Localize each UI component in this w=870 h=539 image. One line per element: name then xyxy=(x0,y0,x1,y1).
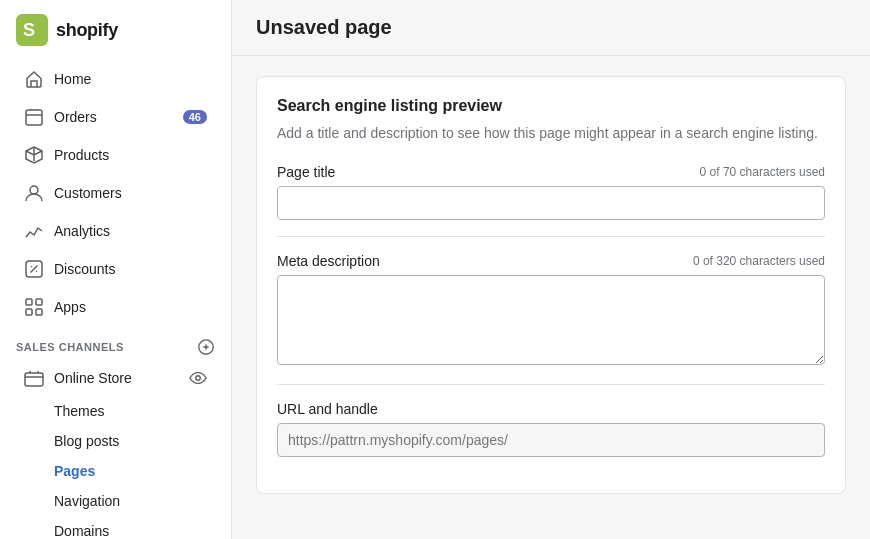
meta-description-textarea[interactable] xyxy=(277,275,825,365)
orders-icon xyxy=(24,107,44,127)
svg-rect-7 xyxy=(26,309,32,315)
sidebar-item-analytics-label: Analytics xyxy=(54,223,207,239)
analytics-icon xyxy=(24,221,44,241)
sidebar-item-apps[interactable]: Apps xyxy=(8,289,223,325)
sidebar-item-navigation[interactable]: Navigation xyxy=(8,487,223,515)
svg-point-3 xyxy=(30,186,38,194)
page-title: Unsaved page xyxy=(256,16,846,39)
url-label: URL and handle xyxy=(277,401,378,417)
page-title-header: Page title 0 of 70 characters used xyxy=(277,164,825,180)
url-header: URL and handle xyxy=(277,401,825,417)
sales-channels-label: SALES CHANNELS xyxy=(16,341,124,353)
page-title-char-count: 0 of 70 characters used xyxy=(700,165,825,179)
meta-description-header: Meta description 0 of 320 characters use… xyxy=(277,253,825,269)
meta-description-char-count: 0 of 320 characters used xyxy=(693,254,825,268)
domains-label: Domains xyxy=(54,523,109,539)
divider-1 xyxy=(277,236,825,237)
sidebar-item-orders-label: Orders xyxy=(54,109,173,125)
svg-rect-2 xyxy=(26,110,42,125)
sidebar-item-orders[interactable]: Orders 46 xyxy=(8,99,223,135)
eye-icon[interactable] xyxy=(189,369,207,387)
sidebar-item-analytics[interactable]: Analytics xyxy=(8,213,223,249)
sales-channels-section: SALES CHANNELS xyxy=(0,326,231,360)
seo-card-description: Add a title and description to see how t… xyxy=(277,123,825,144)
sidebar-item-home[interactable]: Home xyxy=(8,61,223,97)
online-store-label: Online Store xyxy=(54,370,179,386)
main-content: Unsaved page Search engine listing previ… xyxy=(232,0,870,539)
url-input[interactable] xyxy=(277,423,825,457)
sidebar: S shopify Home Orders 46 Products Custom… xyxy=(0,0,232,539)
pages-label: Pages xyxy=(54,463,95,479)
products-icon xyxy=(24,145,44,165)
sidebar-item-online-store[interactable]: Online Store xyxy=(8,361,223,395)
sidebar-item-discounts-label: Discounts xyxy=(54,261,207,277)
sidebar-item-apps-label: Apps xyxy=(54,299,207,315)
navigation-label: Navigation xyxy=(54,493,120,509)
content-area: Search engine listing preview Add a titl… xyxy=(232,56,870,539)
svg-text:S: S xyxy=(23,20,35,40)
sidebar-item-pages[interactable]: Pages xyxy=(8,457,223,485)
blog-posts-label: Blog posts xyxy=(54,433,119,449)
sidebar-item-customers[interactable]: Customers xyxy=(8,175,223,211)
sidebar-item-products[interactable]: Products xyxy=(8,137,223,173)
sidebar-item-discounts[interactable]: Discounts xyxy=(8,251,223,287)
seo-card-title: Search engine listing preview xyxy=(277,97,825,115)
logo-text: shopify xyxy=(56,20,118,41)
page-title-label: Page title xyxy=(277,164,335,180)
url-field-group: URL and handle xyxy=(277,401,825,457)
svg-rect-8 xyxy=(36,309,42,315)
page-title-field-group: Page title 0 of 70 characters used xyxy=(277,164,825,220)
svg-rect-10 xyxy=(25,373,43,386)
shopify-logo-icon: S xyxy=(16,14,48,46)
customers-icon xyxy=(24,183,44,203)
home-icon xyxy=(24,69,44,89)
meta-description-label: Meta description xyxy=(277,253,380,269)
svg-rect-6 xyxy=(36,299,42,305)
svg-rect-5 xyxy=(26,299,32,305)
sidebar-item-themes[interactable]: Themes xyxy=(8,397,223,425)
sidebar-item-home-label: Home xyxy=(54,71,207,87)
sidebar-item-domains[interactable]: Domains xyxy=(8,517,223,539)
online-store-icon xyxy=(24,368,44,388)
divider-2 xyxy=(277,384,825,385)
sidebar-logo[interactable]: S shopify xyxy=(0,0,231,60)
orders-badge: 46 xyxy=(183,110,207,124)
sidebar-item-customers-label: Customers xyxy=(54,185,207,201)
add-channel-icon[interactable] xyxy=(197,338,215,356)
page-header: Unsaved page xyxy=(232,0,870,56)
page-title-input[interactable] xyxy=(277,186,825,220)
meta-description-field-group: Meta description 0 of 320 characters use… xyxy=(277,253,825,368)
seo-card: Search engine listing preview Add a titl… xyxy=(256,76,846,494)
sidebar-item-blog-posts[interactable]: Blog posts xyxy=(8,427,223,455)
apps-icon xyxy=(24,297,44,317)
sidebar-item-products-label: Products xyxy=(54,147,207,163)
svg-point-11 xyxy=(196,376,201,381)
discounts-icon xyxy=(24,259,44,279)
themes-label: Themes xyxy=(54,403,105,419)
